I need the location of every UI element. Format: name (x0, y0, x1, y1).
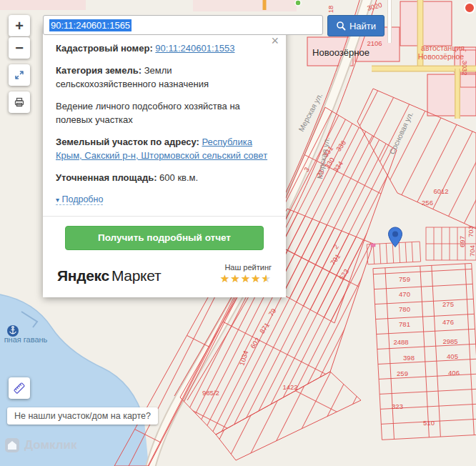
address-label: Земельный участок по адресу: (56, 137, 199, 147)
domclick-logo-icon (4, 437, 20, 453)
print-button[interactable] (9, 91, 30, 113)
printer-icon (14, 96, 25, 108)
expand-icon (14, 69, 25, 81)
cadastral-number-link[interactable]: 90:11:240601:1553 (155, 43, 234, 54)
report-button[interactable]: Получить подробный отчет (65, 226, 264, 250)
fullscreen-button[interactable] (9, 64, 30, 86)
category-row: Категория земель: Земли сельскохозяйстве… (56, 64, 273, 91)
category-label: Категория земель: (56, 65, 142, 76)
details-toggle-label: Подробно (62, 194, 104, 204)
measure-button[interactable] (9, 377, 30, 399)
permitted-use-text: Ведение личного подсобного хозяйства на … (56, 99, 273, 127)
rating-label: Наш рейтинг (220, 263, 272, 272)
address-row: Земельный участок по адресу: Республика … (56, 135, 273, 163)
chevron-down-icon: ▾ (56, 196, 59, 204)
zoom-out-button[interactable]: − (9, 37, 30, 59)
domclick-watermark: Домклик (4, 437, 77, 453)
bus-station-icon (465, 3, 475, 13)
popup-footer: ЯндексМаркет Наш рейтинг ★★★★★ ★★★★★ (56, 260, 273, 292)
search-button[interactable]: Найти (327, 15, 385, 36)
brand-part2: Маркет (111, 267, 161, 284)
popup-divider (43, 216, 286, 217)
cadastral-map-app: 30201821063032Новоозёрноеавтостанция,Нов… (0, 0, 476, 466)
search-button-label: Найти (349, 21, 376, 31)
area-value: 600 кв.м. (159, 172, 198, 183)
anchor-icon (7, 325, 19, 337)
stars-filled: ★★★★★ (220, 273, 267, 284)
not-found-prompt[interactable]: Не нашли участок/дом на карте? (7, 407, 158, 425)
yandex-market-logo[interactable]: ЯндексМаркет (57, 267, 161, 284)
watermark-text: Домклик (24, 438, 77, 452)
cadastral-row: Кадастровый номер: 90:11:240601:1553 (56, 41, 273, 56)
green-poi-icon (295, 0, 301, 6)
search-input[interactable]: 90:11:240601:1565 (43, 15, 323, 35)
location-pin-icon (387, 227, 403, 248)
search-icon (336, 21, 346, 31)
rating-block: Наш рейтинг ★★★★★ ★★★★★ (220, 263, 272, 284)
rating-stars: ★★★★★ ★★★★★ (220, 273, 272, 284)
cadastral-label: Кадастровый номер: (56, 43, 153, 54)
brand-part1: Яндекс (57, 267, 109, 284)
details-row: ▾ Подробно (56, 192, 273, 207)
area-label: Уточненная площадь: (56, 172, 157, 183)
details-toggle[interactable]: ▾ Подробно (56, 194, 103, 205)
area-row: Уточненная площадь: 600 кв.м. (56, 171, 273, 185)
zoom-in-button[interactable]: + (9, 15, 30, 36)
close-icon[interactable]: × (271, 34, 279, 47)
ruler-icon (13, 382, 26, 395)
search-value: 90:11:240601:1565 (49, 19, 132, 31)
parcel-info-popup: × Кадастровый номер: 90:11:240601:1553 К… (43, 23, 286, 297)
